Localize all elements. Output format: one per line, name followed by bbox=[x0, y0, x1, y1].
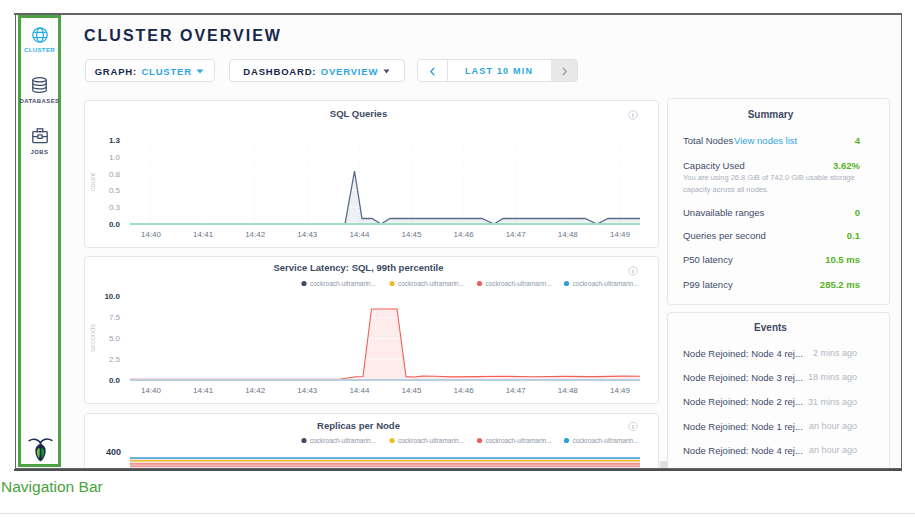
svg-text:14:40: 14:40 bbox=[141, 230, 162, 239]
svg-text:0.0: 0.0 bbox=[109, 220, 121, 229]
svg-text:14:41: 14:41 bbox=[193, 230, 214, 239]
svg-text:14:49: 14:49 bbox=[610, 386, 631, 395]
svg-text:0.5: 0.5 bbox=[109, 186, 121, 195]
svg-text:10.0: 10.0 bbox=[104, 292, 120, 301]
svg-text:1.3: 1.3 bbox=[109, 136, 121, 145]
svg-text:cockroach-ultramarin...: cockroach-ultramarin... bbox=[573, 437, 639, 444]
svg-text:14:44: 14:44 bbox=[349, 386, 370, 395]
svg-text:14:44: 14:44 bbox=[349, 230, 370, 239]
svg-text:cockroach-ultramarin...: cockroach-ultramarin... bbox=[486, 437, 552, 444]
svg-text:14:46: 14:46 bbox=[454, 386, 475, 395]
svg-text:14:45: 14:45 bbox=[401, 386, 422, 395]
svg-text:Replicas per Node: Replicas per Node bbox=[317, 420, 400, 431]
svg-text:1.0: 1.0 bbox=[109, 153, 121, 162]
svg-text:14:48: 14:48 bbox=[558, 230, 579, 239]
svg-text:cockroach-ultramarin...: cockroach-ultramarin... bbox=[398, 437, 464, 444]
svg-text:14:43: 14:43 bbox=[297, 230, 318, 239]
svg-text:0.3: 0.3 bbox=[109, 203, 121, 212]
svg-text:cockroach-ultramarin...: cockroach-ultramarin... bbox=[486, 280, 552, 287]
svg-text:cockroach-ultramarin...: cockroach-ultramarin... bbox=[398, 280, 464, 287]
svg-text:7.5: 7.5 bbox=[109, 313, 121, 322]
svg-text:14:43: 14:43 bbox=[297, 386, 318, 395]
svg-text:14:42: 14:42 bbox=[245, 230, 266, 239]
svg-text:0.8: 0.8 bbox=[109, 170, 121, 179]
svg-text:400: 400 bbox=[106, 447, 121, 457]
svg-text:cockroach-ultramarin...: cockroach-ultramarin... bbox=[310, 280, 376, 287]
svg-text:count: count bbox=[88, 172, 97, 191]
svg-text:14:40: 14:40 bbox=[141, 386, 162, 395]
svg-text:14:48: 14:48 bbox=[558, 386, 579, 395]
svg-text:14:41: 14:41 bbox=[193, 386, 214, 395]
svg-text:14:49: 14:49 bbox=[610, 230, 631, 239]
svg-text:Service Latency: SQL, 99th per: Service Latency: SQL, 99th percentile bbox=[273, 262, 443, 273]
svg-text:2.5: 2.5 bbox=[109, 355, 121, 364]
svg-text:14:47: 14:47 bbox=[506, 386, 527, 395]
svg-text:SQL Queries: SQL Queries bbox=[330, 108, 387, 119]
svg-text:14:45: 14:45 bbox=[401, 230, 422, 239]
svg-text:5.0: 5.0 bbox=[109, 334, 121, 343]
svg-text:14:47: 14:47 bbox=[506, 230, 527, 239]
svg-text:0.0: 0.0 bbox=[109, 376, 121, 385]
svg-text:cockroach-ultramarin...: cockroach-ultramarin... bbox=[573, 280, 639, 287]
svg-text:14:46: 14:46 bbox=[454, 230, 475, 239]
svg-text:seconds: seconds bbox=[88, 324, 97, 352]
svg-text:14:42: 14:42 bbox=[245, 386, 266, 395]
svg-text:cockroach-ultramarin...: cockroach-ultramarin... bbox=[310, 437, 376, 444]
